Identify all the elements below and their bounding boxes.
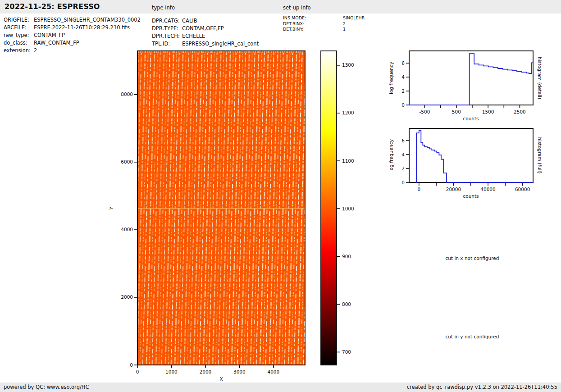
x-tick-label: 2000 [200,369,212,374]
y-axis-title: Y [109,206,114,210]
y-tick-label: 2 [401,88,405,94]
x-tick-label: 4000 [267,369,279,374]
meta-label: do_class: [4,39,34,47]
cut-x-message: cut in x not configured [446,255,499,261]
meta-row: raw_type:CONTAM_FP [4,32,151,39]
meta-row: do_class:RAW_CONTAM_FP [4,39,151,47]
meta-label: ARCFILE: [4,24,34,32]
x-tick-label: 1000 [165,369,178,374]
meta-value: RAW_CONTAM_FP [34,39,79,47]
y-tick-label: 4000 [121,227,133,232]
meta-value: 2 [34,47,37,55]
hist-full-axes-box [409,128,533,182]
meta-label: DPR.CATG: [152,17,182,25]
y-tick-label: 8000 [121,91,133,97]
y-tick-label: 0 [130,362,133,368]
page-title: 2022-11-25: ESPRESSO [5,2,100,11]
y-tick-label: 6 [401,138,405,143]
colorbar-tick-label: 1200 [342,110,354,115]
raw-image-plot: X Y 0100020003000400002000400060008000 [106,47,318,383]
meta-row: ARCFILE:ESPRE.2022-11-26T10:28:29.210.fi… [4,24,151,32]
x-tick-label: 2500 [514,109,526,114]
meta-value: SINGLEHR [343,15,365,21]
x-tick-label: 3000 [233,369,246,374]
colorbar-tick-label: 1100 [342,158,354,164]
x-axis-title: X [219,376,223,382]
meta-value: CALIB [182,17,197,25]
y-tick-label: 4 [401,74,405,80]
hist-full-xlabel: counts [463,193,479,199]
meta-label: INS.MODE: [283,15,343,21]
meta-label: DET.BINX: [283,21,343,27]
x-tick-label: 0 [136,369,139,374]
setup-info-section-label: set-up info [283,5,311,11]
x-tick-label: 0 [417,187,420,192]
colorbar-tick-label: 700 [342,349,351,355]
colorbar-gradient [321,51,337,365]
meta-value: ECHELLE [182,32,205,40]
hist-full-right-label: histogram (full) [537,137,543,174]
x-tick-label: 500 [452,109,461,114]
colorbar-tick-label: 800 [342,301,351,307]
meta-value: CONTAM,OFF,FP [182,25,224,32]
x-tick-label: -500 [420,109,430,114]
x-tick-label: 40000 [480,187,495,192]
meta-value: 1 [343,27,346,32]
meta-label: ORIGFILE: [4,16,34,24]
y-tick-label: 2 [401,166,405,171]
meta-label: raw_type: [4,32,34,39]
hist-detail-ylabel: log frequency [388,62,394,94]
cut-y-message: cut in y not configured [446,334,499,339]
meta-row: DPR.TYPE:CONTAM,OFF,FP [152,25,283,32]
meta-row: DPR.TECH:ECHELLE [152,32,283,40]
meta-row: ORIGFILE:ESPRESSO_SINGLEHR_CONTAM330_000… [4,16,151,24]
meta-row: DPR.CATG:CALIB [152,17,283,25]
colorbar-tick-label: 1000 [342,206,354,211]
meta-value: ESPRESSO_singleHR_cal_cont [182,40,259,48]
meta-value: ESPRESSO_SINGLEHR_CONTAM330_0002 [34,16,141,24]
x-tick-label: 20000 [446,187,461,192]
meta-value: 2 [343,21,346,27]
meta-label: extension: [4,47,34,55]
y-tick-label: 6 [401,60,405,66]
y-tick-label: 4 [401,152,405,157]
y-tick-label: 0 [401,102,405,108]
colorbar: 7008009001000110012001300 [315,45,367,374]
type-info-section-label: type info [152,5,175,11]
meta-label: DPR.TYPE: [152,25,182,32]
y-tick-label: 2000 [121,294,133,300]
footer-powered-by: powered by QC: www.eso.org/HC [4,384,89,390]
hist-detail-axes-box [409,51,533,105]
type-info-block: DPR.CATG:CALIBDPR.TYPE:CONTAM,OFF,FPDPR.… [152,17,283,48]
meta-value: ESPRE.2022-11-26T10:28:29.210.fits [34,24,130,32]
hist-full-ylabel: log frequency [388,139,394,172]
meta-label: DET.BINY: [283,27,343,32]
setup-info-block: INS.MODE:SINGLEHRDET.BINX:2DET.BINY:1 [283,15,396,32]
qc-report-page: 2022-11-25: ESPRESSO type info set-up in… [0,0,561,392]
hist-detail-right-label: histogram (detail) [537,57,543,99]
histogram-full-plot: log frequency histogram (full) counts 02… [388,123,561,206]
histogram-detail-plot: log frequency histogram (detail) counts … [388,45,561,128]
footer-created-by: created by qc_rawdisp.py v1.2.3 on 2022-… [407,384,557,390]
meta-label: DPR.TECH: [152,32,182,40]
meta-row: DET.BINY:1 [283,27,396,32]
hist-detail-xlabel: counts [463,116,479,121]
y-tick-label: 6000 [121,159,133,164]
meta-row: DET.BINX:2 [283,21,396,27]
colorbar-tick-label: 900 [342,254,351,259]
y-tick-label: 0 [401,180,405,185]
meta-row: INS.MODE:SINGLEHR [283,15,396,21]
x-tick-label: 60000 [515,187,530,192]
colorbar-tick-label: 1300 [342,62,354,68]
meta-value: CONTAM_FP [34,32,65,39]
meta-row: TPL.ID:ESPRESSO_singleHR_cal_cont [152,40,283,48]
meta-label: TPL.ID: [152,40,182,48]
x-tick-label: 1500 [482,109,494,114]
